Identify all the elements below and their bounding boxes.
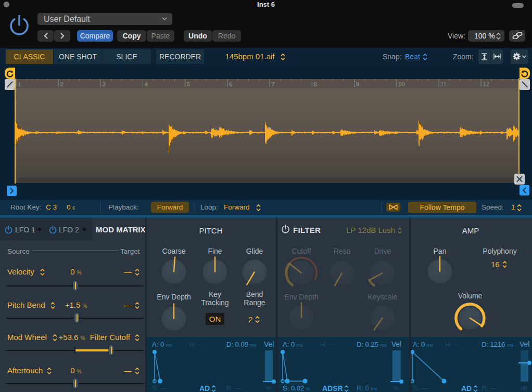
svg-text:9: 9 [356, 81, 359, 87]
svg-text:11: 11 [440, 81, 447, 87]
svg-text:1: 1 [18, 81, 21, 87]
svg-text:7: 7 [271, 81, 274, 87]
svg-text:5: 5 [187, 81, 190, 87]
svg-text:6: 6 [229, 81, 232, 87]
svg-text:3: 3 [102, 81, 105, 87]
svg-text:4: 4 [145, 81, 148, 87]
svg-text:8: 8 [313, 81, 316, 87]
svg-text:2: 2 [60, 81, 63, 87]
svg-text:12: 12 [483, 81, 489, 87]
svg-text:10: 10 [398, 81, 405, 87]
